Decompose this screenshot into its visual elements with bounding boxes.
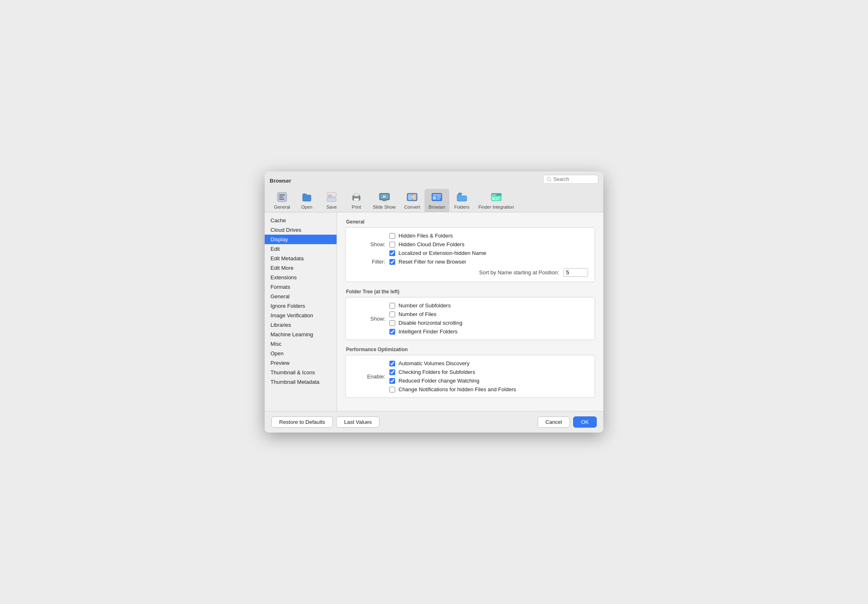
toolbar-label-folders: Folders (454, 205, 470, 209)
hidden-files-checkbox[interactable] (389, 233, 395, 239)
sidebar-item-preview[interactable]: Preview (265, 358, 337, 368)
toolbar-item-print[interactable]: Print (344, 189, 369, 212)
section-title-performance: Performance Optimization (345, 347, 595, 352)
sidebar-item-edit-metadata[interactable]: Edit Metadata (265, 254, 337, 263)
disable-scroll-row[interactable]: Disable horizontal scrolling (389, 320, 588, 326)
toolbar-item-general[interactable]: General (270, 189, 294, 212)
toolbar-label-finder: Finder Integration (478, 205, 514, 209)
sort-input[interactable] (563, 268, 588, 277)
ok-button[interactable]: OK (573, 416, 597, 428)
general-icon (275, 190, 289, 204)
auto-volumes-checkbox[interactable] (389, 361, 395, 366)
section-folder-tree: Folder Tree (at the left) Show: Number o… (345, 289, 595, 340)
svg-rect-10 (327, 197, 336, 202)
filter-row: Filter: Reset Filter for new Browser (352, 259, 588, 265)
show-checkboxes: Hidden Files & Folders Hidden Cloud Driv… (389, 233, 588, 256)
change-notif-checkbox[interactable] (389, 387, 395, 392)
svg-rect-29 (496, 193, 501, 196)
bottom-right-buttons: Cancel OK (538, 416, 597, 428)
num-subfolders-row[interactable]: Number of Subfolders (389, 302, 588, 309)
sidebar-item-edit[interactable]: Edit (265, 244, 337, 254)
toolbar-item-convert[interactable]: Convert (400, 189, 425, 212)
settings-window: Browser Gener (265, 171, 603, 433)
enable-row: Enable: Automatic Volumes Discovery Chec… (352, 360, 588, 392)
change-notif-row[interactable]: Change Notifications for hidden Files an… (389, 386, 588, 392)
checking-folders-row[interactable]: Checking Folders for Subfolders (389, 369, 588, 375)
restore-defaults-button[interactable]: Restore to Defaults (271, 416, 333, 428)
intelligent-finder-checkbox[interactable] (389, 329, 395, 335)
svg-rect-3 (279, 195, 285, 195)
toolbar-item-slideshow[interactable]: Slide Show (369, 189, 400, 212)
search-icon (547, 177, 552, 182)
sidebar-item-image-verification[interactable]: Image Verification (265, 311, 337, 320)
svg-rect-12 (354, 194, 359, 196)
section-title-general: General (345, 219, 595, 225)
window-title: Browser (270, 178, 291, 184)
last-values-button[interactable]: Last Values (336, 416, 379, 428)
checking-folders-checkbox[interactable] (389, 369, 395, 375)
titlebar: Browser Gener (265, 171, 603, 212)
num-files-row[interactable]: Number of Files (389, 311, 588, 317)
svg-point-14 (358, 197, 360, 198)
sidebar-item-extensions[interactable]: Extensions (265, 273, 337, 282)
svg-rect-18 (382, 200, 387, 201)
section-title-folder-tree: Folder Tree (at the left) (345, 289, 595, 295)
localized-row[interactable]: Localized or Extension-hidden Name (389, 250, 588, 256)
svg-rect-25 (437, 196, 441, 197)
sidebar-item-cloud-drives[interactable]: Cloud Drives (265, 225, 337, 235)
toolbar-item-browser[interactable]: Browser (425, 189, 449, 212)
auto-volumes-label: Automatic Volumes Discovery (398, 360, 470, 366)
sidebar-item-thumbnail-icons[interactable]: Thumbnail & Icons (265, 368, 337, 377)
section-body-folder-tree: Show: Number of Subfolders Number of Fil… (345, 297, 595, 340)
auto-volumes-row[interactable]: Automatic Volumes Discovery (389, 360, 588, 366)
toolbar-item-save[interactable]: TIFF JPG PNG Save (319, 189, 344, 212)
sidebar-item-machine-learning[interactable]: Machine Learning (265, 330, 337, 339)
show-label: Show: (352, 241, 385, 247)
sidebar-item-misc[interactable]: Misc (265, 339, 337, 349)
sidebar-item-open[interactable]: Open (265, 349, 337, 358)
disable-scroll-checkbox[interactable] (389, 320, 395, 326)
toolbar: General Open TIFF JPG (270, 189, 598, 212)
search-input[interactable] (553, 176, 595, 182)
hidden-files-row[interactable]: Hidden Files & Folders (389, 233, 588, 239)
reduced-folder-checkbox[interactable] (389, 378, 395, 384)
num-subfolders-label: Number of Subfolders (398, 302, 451, 309)
localized-checkbox[interactable] (389, 250, 395, 256)
sidebar-item-ignore-folders[interactable]: Ignore Folders (265, 301, 337, 311)
open-icon (300, 190, 313, 204)
save-icon: TIFF JPG PNG (325, 190, 338, 204)
svg-text:EXT: EXT (492, 194, 496, 196)
sidebar-item-edit-more[interactable]: Edit More (265, 263, 337, 273)
sidebar-item-formats[interactable]: Formats (265, 282, 337, 292)
section-general: General Show: Hidden Files & Folders Hid… (345, 219, 595, 282)
sidebar-item-display[interactable]: Display (265, 235, 337, 244)
reduced-folder-label: Reduced Folder change Watching (398, 378, 479, 384)
reduced-folder-row[interactable]: Reduced Folder change Watching (389, 378, 588, 384)
toolbar-item-folders[interactable]: Folders (449, 189, 474, 212)
bottom-bar: Restore to Defaults Last Values Cancel O… (265, 411, 603, 433)
num-files-checkbox[interactable] (389, 312, 395, 317)
intelligent-finder-label: Intelligent Finder Folders (398, 328, 458, 335)
sidebar-item-libraries[interactable]: Libraries (265, 320, 337, 330)
reset-filter-row[interactable]: Reset Filter for new Browser (389, 259, 588, 265)
reset-filter-label: Reset Filter for new Browser (398, 259, 466, 265)
cancel-button[interactable]: Cancel (538, 416, 570, 428)
toolbar-item-finder[interactable]: EXT Finder Integration (474, 189, 518, 212)
folder-show-label: Show: (352, 316, 385, 322)
finder-icon: EXT (490, 190, 503, 204)
num-subfolders-checkbox[interactable] (389, 303, 395, 309)
svg-rect-33 (496, 199, 498, 200)
intelligent-finder-row[interactable]: Intelligent Finder Folders (389, 328, 588, 335)
print-icon (350, 190, 363, 204)
reset-filter-checkbox[interactable] (389, 259, 395, 265)
disable-scroll-label: Disable horizontal scrolling (398, 320, 462, 326)
search-box[interactable] (543, 175, 598, 184)
section-body-performance: Enable: Automatic Volumes Discovery Chec… (345, 355, 595, 398)
sidebar-item-thumbnail-metadata[interactable]: Thumbnail Metadata (265, 377, 337, 387)
hidden-cloud-checkbox[interactable] (389, 242, 395, 247)
sidebar-item-cache[interactable]: Cache (265, 216, 337, 225)
hidden-cloud-row[interactable]: Hidden Cloud Drive Folders (389, 241, 588, 247)
sidebar-item-general[interactable]: General (265, 292, 337, 301)
toolbar-item-open[interactable]: Open (294, 189, 319, 212)
folder-checkboxes: Number of Subfolders Number of Files Dis… (389, 302, 588, 335)
